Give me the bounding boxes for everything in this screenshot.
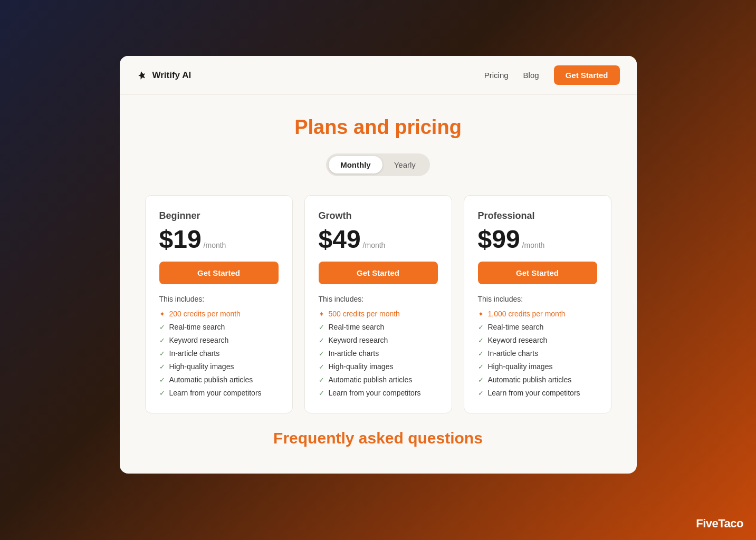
professional-plan-price: $99 /month (478, 227, 597, 252)
check-icon: ✓ (159, 336, 165, 344)
growth-highlight-feature: ✦ 500 credits per month (319, 310, 438, 318)
faq-section: Frequently asked questions (145, 413, 611, 447)
star-icon: ✦ (159, 310, 165, 318)
check-icon: ✓ (159, 389, 165, 397)
beginner-highlight-feature: ✦ 200 credits per month (159, 310, 279, 318)
check-icon: ✓ (478, 389, 484, 397)
professional-credits: 1,000 credits per month (488, 310, 566, 318)
star-icon: ✦ (319, 310, 324, 318)
list-item: ✓ Keyword research (478, 336, 597, 344)
professional-plan-name: Professional (478, 210, 597, 221)
list-item: ✓ Learn from your competitors (478, 389, 597, 397)
growth-price-period: /month (363, 241, 386, 249)
check-icon: ✓ (159, 376, 165, 384)
monthly-toggle[interactable]: Monthly (329, 156, 382, 173)
growth-includes-label: This includes: (319, 295, 438, 303)
growth-price-amount: $49 (319, 227, 361, 252)
check-icon: ✓ (478, 350, 484, 358)
growth-plan-name: Growth (319, 210, 438, 221)
beginner-plan-name: Beginner (159, 210, 279, 221)
professional-feature-list: ✦ 1,000 credits per month ✓ Real-time se… (478, 310, 597, 397)
check-icon: ✓ (478, 363, 484, 371)
beginner-plan-card: Beginner $19 /month Get Started This inc… (145, 195, 293, 413)
professional-includes-label: This includes: (478, 295, 597, 303)
list-item: ✓ Learn from your competitors (159, 389, 279, 397)
professional-price-period: /month (522, 241, 545, 249)
professional-plan-card: Professional $99 /month Get Started This… (464, 195, 611, 413)
professional-highlight-feature: ✦ 1,000 credits per month (478, 310, 597, 318)
professional-get-started-button[interactable]: Get Started (478, 262, 597, 284)
list-item: ✓ In-article charts (159, 349, 279, 358)
brand-name: Writify AI (152, 70, 192, 81)
list-item: ✓ Real-time search (159, 323, 279, 331)
growth-credits: 500 credits per month (329, 310, 400, 318)
list-item: ✓ Automatic publish articles (319, 375, 438, 384)
list-item: ✓ In-article charts (478, 349, 597, 358)
list-item: ✓ Automatic publish articles (159, 375, 279, 384)
beginner-feature-list: ✦ 200 credits per month ✓ Real-time sear… (159, 310, 279, 397)
watermark: FiveTaco (696, 517, 743, 531)
faq-title: Frequently asked questions (145, 429, 611, 447)
check-icon: ✓ (159, 323, 165, 331)
page-title: Plans and pricing (145, 116, 611, 139)
nav-pricing[interactable]: Pricing (484, 71, 509, 80)
beginner-credits: 200 credits per month (169, 310, 241, 318)
nav-blog[interactable]: Blog (523, 71, 539, 80)
check-icon: ✓ (319, 363, 324, 371)
list-item: ✓ Keyword research (319, 336, 438, 344)
beginner-price-period: /month (204, 241, 226, 249)
list-item: ✓ High-quality images (319, 362, 438, 371)
check-icon: ✓ (319, 336, 324, 344)
growth-feature-list: ✦ 500 credits per month ✓ Real-time sear… (319, 310, 438, 397)
pricing-grid: Beginner $19 /month Get Started This inc… (145, 195, 611, 413)
beginner-includes-label: This includes: (159, 295, 279, 303)
growth-plan-card: Growth $49 /month Get Started This inclu… (304, 195, 452, 413)
yearly-toggle[interactable]: Yearly (382, 156, 427, 173)
nav-get-started-button[interactable]: Get Started (554, 65, 620, 85)
list-item: ✓ Learn from your competitors (319, 389, 438, 397)
growth-get-started-button[interactable]: Get Started (319, 262, 438, 284)
list-item: ✓ High-quality images (159, 362, 279, 371)
list-item: ✓ In-article charts (319, 349, 438, 358)
navbar: Writify AI Pricing Blog Get Started (120, 56, 637, 95)
billing-toggle: Monthly Yearly (145, 153, 611, 176)
main-content: Plans and pricing Monthly Yearly Beginne… (120, 95, 637, 474)
professional-price-amount: $99 (478, 227, 520, 252)
list-item: ✓ Real-time search (319, 323, 438, 331)
logo-icon (137, 70, 148, 81)
list-item: ✓ High-quality images (478, 362, 597, 371)
growth-plan-price: $49 /month (319, 227, 438, 252)
check-icon: ✓ (478, 376, 484, 384)
nav-links: Pricing Blog Get Started (484, 65, 620, 85)
list-item: ✓ Automatic publish articles (478, 375, 597, 384)
list-item: ✓ Real-time search (478, 323, 597, 331)
check-icon: ✓ (319, 376, 324, 384)
brand-logo: Writify AI (137, 70, 192, 81)
check-icon: ✓ (319, 350, 324, 358)
check-icon: ✓ (478, 323, 484, 331)
list-item: ✓ Keyword research (159, 336, 279, 344)
check-icon: ✓ (319, 323, 324, 331)
check-icon: ✓ (159, 350, 165, 358)
beginner-price-amount: $19 (159, 227, 202, 252)
check-icon: ✓ (478, 336, 484, 344)
main-card: Writify AI Pricing Blog Get Started Plan… (120, 56, 637, 474)
beginner-get-started-button[interactable]: Get Started (159, 262, 279, 284)
check-icon: ✓ (319, 389, 324, 397)
star-icon: ✦ (478, 310, 484, 318)
check-icon: ✓ (159, 363, 165, 371)
beginner-plan-price: $19 /month (159, 227, 279, 252)
toggle-container: Monthly Yearly (326, 153, 430, 176)
